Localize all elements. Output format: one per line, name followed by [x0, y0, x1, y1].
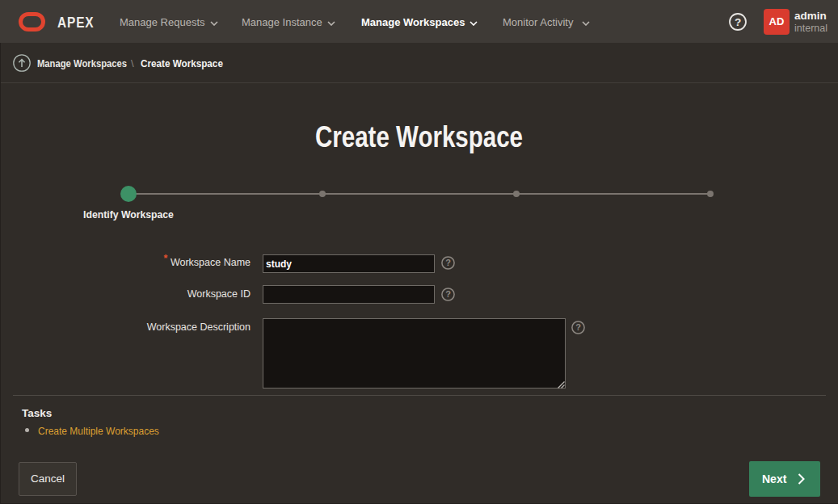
svg-text:?: ?: [445, 258, 451, 267]
svg-text:?: ?: [575, 322, 581, 332]
svg-text:?: ?: [735, 16, 741, 28]
svg-text:?: ?: [445, 289, 451, 299]
